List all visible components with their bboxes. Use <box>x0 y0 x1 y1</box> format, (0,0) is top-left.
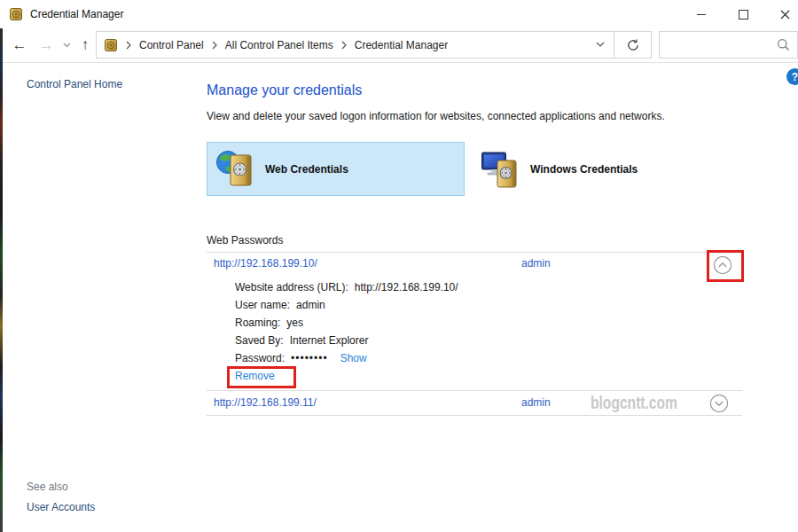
detail-label: Roaming: <box>235 317 280 329</box>
title-bar: Credential Manager <box>0 0 798 28</box>
sidebar-item-control-panel-home[interactable]: Control Panel Home <box>27 78 122 90</box>
credential-username: admin <box>521 257 551 270</box>
tab-web-credentials[interactable]: Web Credentials <box>207 142 465 196</box>
address-dropdown-button[interactable] <box>587 32 614 58</box>
minimize-button[interactable] <box>681 0 722 28</box>
question-mark-icon: ? <box>792 71 798 83</box>
show-password-link[interactable]: Show <box>340 352 367 364</box>
see-also-label: See also <box>27 481 68 493</box>
help-button[interactable]: ? <box>786 68 798 85</box>
recent-pages-button[interactable] <box>59 28 74 61</box>
detail-label: Website address (URL): <box>235 281 348 293</box>
detail-label: Password: <box>235 352 285 364</box>
detail-roaming: Roaming:yes <box>235 317 303 329</box>
maximize-button[interactable] <box>723 0 763 28</box>
chevron-up-circle-icon <box>713 255 732 275</box>
watermark: blogcntt.com <box>591 393 677 413</box>
web-credentials-icon <box>215 149 256 190</box>
detail-value: Internet Explorer <box>290 334 369 347</box>
back-button[interactable]: ← <box>7 28 32 61</box>
password-mask: •••••••• <box>291 352 328 364</box>
detail-website-address: Website address (URL):http://192.168.199… <box>235 281 458 293</box>
close-icon <box>780 10 790 20</box>
collapse-credential-button[interactable] <box>713 255 732 275</box>
forward-arrow-icon: → <box>39 36 54 54</box>
section-title-web-passwords: Web Passwords <box>207 234 283 246</box>
credential-safe-icon <box>104 38 118 52</box>
detail-saved-by: Saved By:Internet Explorer <box>235 334 368 347</box>
window-title: Credential Manager <box>30 0 123 28</box>
credential-url-link[interactable]: http://192.168.199.11/ <box>214 396 317 409</box>
up-button[interactable]: ↑ <box>74 28 96 61</box>
breadcrumb-separator-icon <box>126 41 131 50</box>
search-input[interactable] <box>660 39 777 51</box>
navigation-bar: ← → ↑ Control Panel <box>0 28 798 63</box>
detail-user-name: User name:admin <box>235 299 325 311</box>
refresh-button[interactable] <box>614 32 651 58</box>
address-bar: Control Panel All Control Panel Items Cr… <box>96 31 652 59</box>
divider <box>207 415 742 416</box>
sidebar-item-user-accounts[interactable]: User Accounts <box>27 501 95 513</box>
divider <box>207 252 742 253</box>
up-arrow-icon: ↑ <box>82 36 90 54</box>
chevron-down-circle-icon <box>709 394 729 413</box>
credential-username: admin <box>521 396 551 409</box>
credential-url-link[interactable]: http://192.168.199.10/ <box>214 257 317 270</box>
detail-value: http://192.168.199.10/ <box>355 281 458 293</box>
remove-credential-link[interactable]: Remove <box>235 370 275 382</box>
detail-label: User name: <box>235 299 290 311</box>
search-box <box>659 31 798 59</box>
maximize-icon <box>739 10 748 20</box>
tab-windows-credentials[interactable]: Windows Credentials <box>473 142 731 196</box>
tab-label-windows-credentials: Windows Credentials <box>530 163 638 176</box>
expand-credential-button[interactable] <box>709 394 729 413</box>
breadcrumb: Control Panel All Control Panel Items Cr… <box>97 38 587 52</box>
close-button[interactable] <box>764 0 798 28</box>
forward-button[interactable]: → <box>34 28 59 61</box>
desktop-edge-strip <box>0 28 3 532</box>
search-icon[interactable] <box>777 38 797 51</box>
refresh-icon <box>626 38 640 52</box>
detail-value: admin <box>296 299 325 311</box>
chevron-down-icon <box>63 43 71 48</box>
breadcrumb-separator-icon <box>341 41 347 50</box>
chevron-down-icon <box>596 42 605 48</box>
tab-label-web-credentials: Web Credentials <box>265 163 348 176</box>
credential-manager-app-icon <box>9 7 23 21</box>
breadcrumb-separator-icon <box>212 41 217 50</box>
divider <box>207 390 742 391</box>
page-title: Manage your credentials <box>207 82 362 98</box>
breadcrumb-item-all-control-panel-items[interactable]: All Control Panel Items <box>225 39 333 51</box>
minimize-icon <box>697 14 706 15</box>
windows-credentials-icon <box>481 149 521 190</box>
credential-manager-window: Credential Manager ← → ↑ <box>0 0 798 532</box>
breadcrumb-item-credential-manager[interactable]: Credential Manager <box>355 39 448 51</box>
detail-value: yes <box>286 317 303 329</box>
breadcrumb-item-control-panel[interactable]: Control Panel <box>139 39 204 51</box>
back-arrow-icon: ← <box>12 36 27 54</box>
page-description: View and delete your saved logon informa… <box>207 110 665 122</box>
detail-label: Saved By: <box>235 334 284 347</box>
detail-password: Password:••••••••Show <box>235 352 367 364</box>
